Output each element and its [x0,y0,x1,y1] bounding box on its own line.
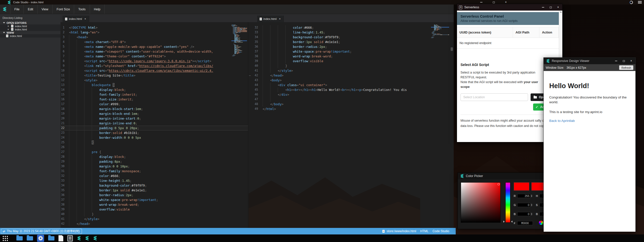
sidebar-section-open-editors[interactable]: OPEN EDITORS [0,21,60,24]
code-line-40[interactable]: 40} [249,63,454,68]
code-line-43[interactable]: 43<body> [249,78,454,83]
code-line-17[interactable]: 17color:#999; [60,102,248,107]
code-line-41[interactable]: 41</style> [60,217,248,221]
red-input[interactable] [517,194,530,198]
code-studio-app-icon[interactable] [93,236,97,240]
saturation-value-gradient[interactable] [461,182,501,223]
tab-index-html-right[interactable]: index.html × [257,16,284,22]
close-icon[interactable]: × [8,25,10,27]
hue-slider[interactable] [505,182,510,223]
stepper-icon[interactable] [531,204,532,206]
code-line-10[interactable]: 10<script src="https://cdnjs.cloudflare.… [60,68,248,73]
code-line-21[interactable]: 21margin-inline-end:0; [60,121,248,126]
menu-file[interactable]: File [10,5,23,14]
minimap[interactable] [431,25,449,38]
folder-icon[interactable] [48,236,54,240]
folder-icon[interactable] [27,236,33,240]
viewer-titlebar[interactable]: Responsive Design Viewer × [544,58,635,64]
code-line-38[interactable]: 38word-wrap:break-word; [249,54,454,59]
code-line-38[interactable]: 38word-wrap:break-word; [60,202,248,207]
menu-edit[interactable]: Edit [23,5,37,14]
code-line-35[interactable]: 35border:1px solid #e1e1e1; [60,188,248,193]
document-icon[interactable] [58,235,63,241]
back-link[interactable]: Back to Aprintlab [549,119,630,123]
code-line-23[interactable]: 23border:solid #b1b1b1; [60,130,248,135]
close-icon[interactable]: × [503,1,509,4]
code-line-37[interactable]: 37white-space:pre-wrap!important; [249,49,454,54]
hue-pointer-icon[interactable] [511,221,512,223]
minimize-icon[interactable] [615,61,617,61]
code-studio-app-icon[interactable] [77,236,81,240]
color-wheel-icon[interactable] [539,221,543,225]
code-line-27[interactable]: 27pre { [60,150,248,154]
code-line-18[interactable]: 18margin-block-start:1em; [60,107,248,111]
code-studio-app-icon[interactable] [85,236,89,240]
code-line-47[interactable]: 47 [249,97,454,102]
refresh-button[interactable]: Refresh [619,65,633,70]
code-line-42[interactable]: –42</head> [249,73,454,78]
code-area[interactable]: 1<!DOCTYPE html>2<html lang="en">3<head>… [60,22,248,226]
close-icon[interactable]: × [279,18,281,20]
serverless-app-icon[interactable]: 0 [67,235,73,241]
maximize-icon[interactable] [623,60,625,62]
open-editor-item[interactable]: × index.html [0,28,60,31]
hue-pointer-icon[interactable] [503,221,505,223]
code-line-32[interactable]: 32color:#666; [60,174,248,178]
color-marker-icon[interactable] [498,183,500,185]
statusbar-app[interactable]: Code Studio [433,229,449,233]
scroll-up-icon[interactable] [560,11,562,13]
code-area[interactable]: 32color:#666;33line-height:1.45;34backgr… [249,22,454,111]
maximize-icon[interactable] [491,1,497,4]
code-line-49[interactable]: 49</html> [249,107,454,111]
tree-file-item[interactable]: index.html [0,34,60,38]
scrollbar-thumb[interactable] [451,47,453,51]
disc-icon[interactable] [37,235,44,242]
green-input[interactable] [517,203,530,207]
hex-input[interactable] [517,221,533,225]
code-line-8[interactable]: 8<script src="https://code.jquery.com/jq… [60,59,248,63]
code-line-6[interactable]: 6<meta name="viewport" content="user-sca… [60,49,248,54]
serverless-titlebar[interactable]: 0 Serverless × [457,4,562,11]
code-line-15[interactable]: 15font-family:inherit; [60,92,248,97]
code-line-12[interactable]: 12<style> [60,78,248,83]
menu-help[interactable]: Help [90,5,105,14]
code-line-7[interactable]: 7<meta name="theme-color" content="#ff92… [60,54,248,59]
code-line-22[interactable]: 22padding:0 5px 0 20px; [60,126,248,130]
code-line-32[interactable]: 32color:#666; [249,25,454,30]
menu-tools[interactable]: Tools [74,5,89,14]
code-line-14[interactable]: 14display:block; [60,87,248,92]
code-line-19[interactable]: 19margin-block-end:1em; [60,111,248,116]
code-line-25[interactable]: 25} [60,140,248,145]
stepper-icon[interactable] [531,213,532,215]
minimize-icon[interactable] [542,7,544,8]
code-line-4[interactable]: 4<meta charset="UTF-8"> [60,40,248,44]
menu-view[interactable]: View [37,5,52,14]
code-line-24[interactable]: 24border-width:0 0 0 5px [60,135,248,140]
code-line-41[interactable]: 41</style> [249,68,454,73]
code-line-11[interactable]: 11<title>Testing Site</title> [60,73,248,78]
code-line-39[interactable]: 39overflow:visible [60,207,248,212]
code-line-30[interactable]: 30margin:0 0 10px; [60,164,248,169]
minimize-icon[interactable] [478,1,484,4]
minimap[interactable] [231,25,247,56]
close-icon[interactable]: × [84,18,86,20]
statusbar-filepath[interactable]: store:/www/index.html [387,229,416,233]
code-line-36[interactable]: 36border-radius:2px; [249,44,454,49]
code-line-45[interactable]: 45<h1><br></h1><h1>Hello World!<br></h1>… [249,87,454,92]
code-line-34[interactable]: 34background-color:#f9f9f9; [249,35,454,40]
code-line-29[interactable]: 29padding:8px; [60,159,248,164]
blue-input[interactable] [517,212,530,216]
code-line-35[interactable]: 35border:1px solid #e1e1e1; [249,40,454,44]
sidebar-section-www[interactable]: WWW [0,31,60,34]
close-icon[interactable]: × [8,28,10,31]
code-line-28[interactable]: 28display:block; [60,154,248,159]
code-line-13[interactable]: 13blockquote { [60,83,248,87]
code-line-33[interactable]: 33line-height:1.45; [249,30,454,35]
code-line-31[interactable]: 31font-family:monospace; [60,169,248,174]
code-line-42[interactable]: 42</head> [60,221,248,226]
code-line-44[interactable]: 44<div class="ui container"> [249,83,454,87]
tab-index-html-left[interactable]: index.html × [63,16,89,22]
close-icon[interactable]: × [557,6,559,9]
statusbar-language[interactable]: HTML [420,229,428,233]
location-input[interactable] [461,93,528,101]
